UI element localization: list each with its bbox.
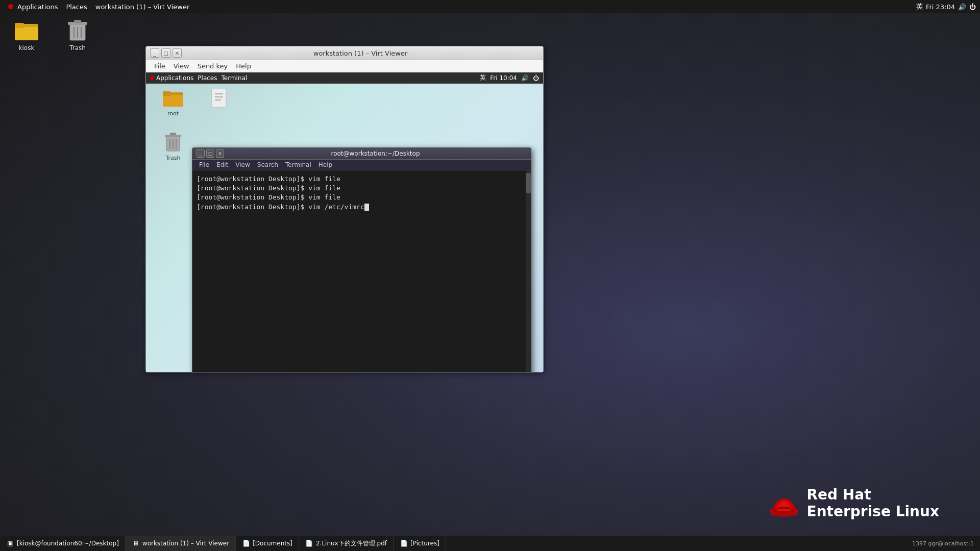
taskbar-pdf-label: 2.Linux下的文件管理.pdf <box>316 539 387 548</box>
vm-root-label: root <box>167 110 179 117</box>
terminal-line-1: [root@workstation Desktop]$ vim file <box>197 174 527 184</box>
redhat-branding: Red Hat Enterprise Linux <box>768 486 939 520</box>
svg-rect-2 <box>15 23 24 28</box>
bottom-taskbar: ▣ [kiosk@foundation60:~/Desktop] 🖥 works… <box>0 536 980 551</box>
terminal-minimize-btn[interactable]: _ <box>197 149 205 158</box>
terminal-scrollbar-thumb <box>526 173 531 193</box>
vm-power-icon[interactable]: ⏻ <box>533 74 539 82</box>
vm-panel: Applications Places Terminal 英 Fri 10:04… <box>146 72 543 84</box>
taskbar-item-pdf[interactable]: 📄 2.Linux下的文件管理.pdf <box>299 536 394 551</box>
desktop: Applications Places workstation (1) – Vi… <box>0 0 980 551</box>
vm-trash-icon <box>165 132 181 154</box>
virt-viewer-titlebar: _ □ ✕ workstation (1) – Virt Viewer <box>146 46 543 60</box>
taskbar-docs-label: [Documents] <box>253 540 292 547</box>
vm-icon-root[interactable]: root <box>155 89 191 117</box>
file-icon-2: 📄 <box>305 539 313 547</box>
kiosk-label: kiosk <box>19 44 35 52</box>
terminal-scrollbar[interactable] <box>526 170 531 372</box>
menu-help[interactable]: Help <box>232 61 255 71</box>
terminal-content[interactable]: [root@workstation Desktop]$ vim file [ro… <box>192 170 531 372</box>
tray-chinese-icon: 英 <box>916 2 923 11</box>
taskbar-item-documents[interactable]: 📄 [Documents] <box>236 536 299 551</box>
terminal-line-4: [root@workstation Desktop]$ vim /etc/vim… <box>197 203 527 212</box>
svg-point-24 <box>770 511 798 517</box>
term-menu-file[interactable]: File <box>195 160 213 169</box>
terminal-line-2: [root@workstation Desktop]$ vim file <box>197 184 527 193</box>
vm-panel-right: 英 Fri 10:04 🔊 ⏻ <box>480 73 539 82</box>
vm-trash-label: Trash <box>165 155 180 161</box>
taskbar-right: 英 Fri 23:04 🔊 ⏻ <box>916 2 976 11</box>
taskbar-virt-label: workstation (1) – Virt Viewer <box>142 540 229 547</box>
svg-rect-5 <box>74 20 81 23</box>
terminal-maximize-btn[interactable]: □ <box>206 149 214 158</box>
vm-clock: Fri 10:04 <box>490 74 517 82</box>
vm-places-btn[interactable]: Places <box>198 74 217 82</box>
term-menu-search[interactable]: Search <box>254 160 282 169</box>
menu-view[interactable]: View <box>169 61 193 71</box>
taskbar-foundation-label: [kiosk@foundation60:~/Desktop] <box>17 540 119 547</box>
file-icon-3: 📄 <box>400 539 408 547</box>
terminal-window: _ □ ✕ root@workstation:~/Desktop File Ed… <box>192 147 531 372</box>
maximize-button[interactable]: □ <box>161 48 170 58</box>
vm-volume-icon[interactable]: 🔊 <box>521 74 529 82</box>
vm-icon-file[interactable] <box>201 89 237 111</box>
vm-icon-trash[interactable]: Trash <box>155 132 191 161</box>
taskbar-applications-label: Applications <box>17 3 58 11</box>
menu-sendkey[interactable]: Send key <box>193 61 232 71</box>
taskbar-item-foundation[interactable]: ▣ [kiosk@foundation60:~/Desktop] <box>0 536 126 551</box>
redhat-dot-icon <box>8 4 13 9</box>
vm-redhat-dot <box>150 76 154 80</box>
terminal-menubar: File Edit View Search Terminal Help <box>192 160 531 170</box>
taskbar-window-title: workstation (1) – Virt Viewer <box>91 3 194 11</box>
taskbar-item-virt-viewer[interactable]: 🖥 workstation (1) – Virt Viewer <box>126 536 236 551</box>
taskbar-left: Applications Places workstation (1) – Vi… <box>4 3 193 11</box>
terminal-close-btn[interactable]: ✕ <box>216 149 224 158</box>
vm-file-icon <box>210 89 228 111</box>
svg-rect-18 <box>170 133 176 135</box>
top-taskbar: Applications Places workstation (1) – Vi… <box>0 0 980 13</box>
menu-file[interactable]: File <box>150 61 169 71</box>
terminal-cursor <box>364 204 369 211</box>
terminal-title: root@workstation:~/Desktop <box>224 150 527 157</box>
virt-viewer-title: workstation (1) – Virt Viewer <box>182 49 539 57</box>
power-icon[interactable]: ⏻ <box>969 3 976 11</box>
redhat-text: Red Hat Enterprise Linux <box>807 486 939 520</box>
svg-point-26 <box>773 508 795 513</box>
terminal-controls: _ □ ✕ <box>197 149 224 158</box>
terminal-icon: ▣ <box>6 539 14 547</box>
term-menu-edit[interactable]: Edit <box>213 160 232 169</box>
tray-icons: 英 Fri 23:04 🔊 ⏻ <box>916 2 976 11</box>
term-menu-view[interactable]: View <box>232 160 253 169</box>
svg-point-25 <box>770 508 798 514</box>
svg-rect-11 <box>163 91 171 96</box>
vm-applications-label: Applications <box>156 74 193 82</box>
vm-folder-icon <box>163 89 183 109</box>
volume-icon[interactable]: 🔊 <box>958 3 966 11</box>
virt-viewer-controls: _ □ ✕ <box>150 48 182 58</box>
terminal-line-3: [root@workstation Desktop]$ vim file <box>197 193 527 202</box>
vm-desktop: root <box>146 84 543 372</box>
redhat-name: Red Hat <box>807 486 939 504</box>
svg-rect-10 <box>163 95 183 107</box>
close-button[interactable]: ✕ <box>173 48 182 58</box>
folder-icon <box>14 18 39 42</box>
trash-label: Trash <box>69 44 86 52</box>
taskbar-item-pictures[interactable]: 📄 [Pictures] <box>394 536 446 551</box>
vm-terminal-btn[interactable]: Terminal <box>221 74 247 82</box>
redhat-product: Enterprise Linux <box>807 503 939 520</box>
taskbar-places[interactable]: Places <box>62 3 91 11</box>
desktop-icon-kiosk[interactable]: kiosk <box>6 18 47 52</box>
file-icon-1: 📄 <box>242 539 250 547</box>
terminal-titlebar: _ □ ✕ root@workstation:~/Desktop <box>192 148 531 160</box>
svg-rect-1 <box>15 27 38 40</box>
vm-chinese-icon: 英 <box>480 73 486 82</box>
term-menu-terminal[interactable]: Terminal <box>282 160 315 169</box>
vm-applications-btn[interactable]: Applications <box>150 74 193 82</box>
taskbar-clock: Fri 23:04 <box>926 3 955 11</box>
svg-rect-12 <box>212 89 226 107</box>
screen-icon: 🖥 <box>132 539 140 547</box>
minimize-button[interactable]: _ <box>150 48 159 58</box>
desktop-icon-trash[interactable]: Trash <box>57 18 98 52</box>
taskbar-applications[interactable]: Applications <box>4 3 62 11</box>
term-menu-help[interactable]: Help <box>315 160 336 169</box>
